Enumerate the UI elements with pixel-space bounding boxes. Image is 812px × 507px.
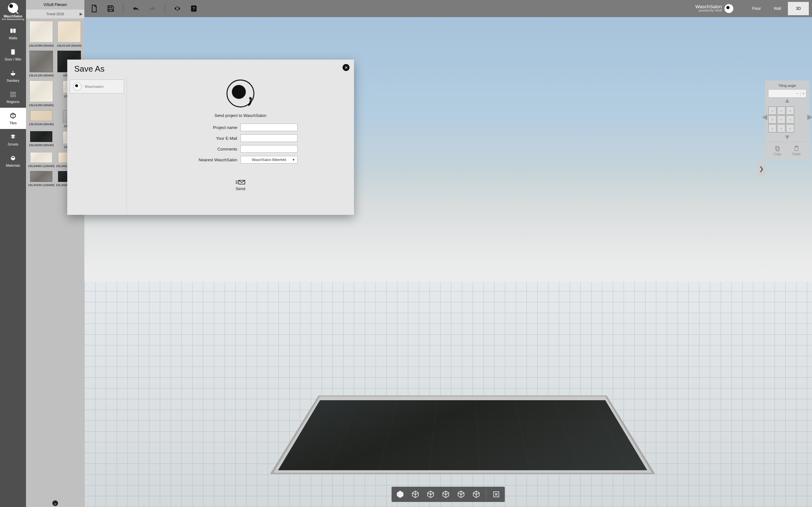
tile-label: 1SL03200 (60x30): [28, 143, 54, 147]
view-right-icon[interactable]: [441, 489, 451, 500]
save-button[interactable]: [104, 2, 117, 15]
close-icon[interactable]: ✕: [343, 64, 350, 71]
nav-label: Tiles: [9, 121, 17, 125]
tile-label: 1SL01100 (60x60): [56, 44, 82, 48]
right-panel-collapse[interactable]: ❯: [757, 161, 765, 176]
brand-logo: WaschSalon Ihre Badausstellung: [0, 0, 26, 23]
nudge-right-icon[interactable]: ▶: [807, 113, 812, 121]
origin-cell[interactable]: o: [777, 107, 785, 115]
redo-button[interactable]: [146, 2, 159, 15]
nav-label: Materials: [6, 164, 20, 167]
nav-walls[interactable]: Walls: [0, 23, 26, 44]
tab-wall[interactable]: Wall: [767, 2, 788, 15]
nearest-select[interactable]: WaschSalon Bitterfeld ▼: [241, 156, 298, 164]
nudge-left-icon[interactable]: ◀: [762, 113, 767, 121]
svg-rect-6: [776, 147, 779, 151]
nudge-down-icon[interactable]: ▼: [784, 133, 791, 141]
destination-icon: [73, 82, 82, 91]
destination-card[interactable]: Waschsalon: [70, 79, 124, 94]
comments-input[interactable]: [241, 145, 298, 153]
brand-name: WaschSalon: [3, 15, 22, 18]
nav-regions[interactable]: Regions: [0, 87, 26, 108]
brand-subline: Ihre Badausstellung: [2, 18, 24, 20]
send-label: Send: [236, 186, 245, 191]
tile-item[interactable]: 1SL34150 (120x60): [27, 171, 55, 187]
destination-label: Waschsalon: [85, 84, 104, 89]
settings-button[interactable]: [171, 2, 184, 15]
project-name-input[interactable]: [241, 124, 298, 131]
tile-item[interactable]: 1SL01050 (60x60): [27, 21, 55, 48]
catalog-collection-label: Trend 2016: [46, 12, 64, 16]
tile-swatch: [30, 51, 53, 72]
top-toolbar: ? WaschSalon powered by ViSoft Floor Wal…: [84, 0, 812, 17]
email-input[interactable]: [241, 134, 298, 142]
nearest-label: Nearest WaschSalon: [183, 158, 237, 162]
tile-label: 1SL34050 (120x60): [27, 164, 55, 168]
origin-cell[interactable]: o: [786, 107, 794, 115]
nav-materials[interactable]: Materials: [0, 150, 26, 171]
origin-cell[interactable]: o: [777, 124, 785, 132]
new-button[interactable]: [88, 2, 101, 15]
toolbar-brand: WaschSalon powered by ViSoft: [695, 4, 733, 13]
tile-item[interactable]: 1SL01250 (60x60): [27, 80, 55, 107]
view-back-icon[interactable]: [456, 489, 467, 500]
copy-button[interactable]: Copy: [774, 146, 781, 156]
catalog-collection[interactable]: Trend 2016 ▶: [26, 9, 84, 18]
view-cube-toolbar: [392, 487, 505, 502]
save-as-dialog: Save As ✕ Waschsalon Send project to Was…: [67, 60, 354, 215]
tile-label: 1SL03100 (60x30): [28, 122, 54, 126]
nav-label: Door / Win: [5, 57, 21, 61]
tile-swatch: [30, 131, 52, 142]
origin-cell[interactable]: o: [768, 124, 776, 132]
tab-3d[interactable]: 3D: [788, 2, 809, 15]
view-reset-icon[interactable]: [491, 489, 502, 500]
origin-grid: ooo ooo ooo: [768, 107, 806, 132]
nav-door-win[interactable]: Door / Win: [0, 44, 26, 65]
tile-swatch: [30, 171, 52, 182]
nav-label: Walls: [9, 36, 17, 40]
brand-orb-icon: [724, 4, 733, 13]
separator: [165, 3, 165, 14]
view-front-icon[interactable]: [410, 489, 421, 500]
catalog-vendor[interactable]: ViSoft Fliesen: [26, 0, 84, 9]
tab-floor[interactable]: Floor: [746, 2, 767, 15]
undo-button[interactable]: [129, 2, 142, 15]
nav-rail: WaschSalon Ihre Badausstellung Walls Doo…: [0, 0, 26, 507]
dialog-main: Send project to WaschSalon Project name …: [127, 77, 354, 215]
minus-icon[interactable]: −: [796, 91, 798, 96]
help-button[interactable]: ?: [187, 2, 200, 15]
nav-label: Regions: [7, 100, 19, 104]
view-iso-solid-icon[interactable]: [395, 489, 406, 500]
tile-label: 1SL34150 (120x60): [27, 183, 55, 187]
origin-cell[interactable]: o: [768, 115, 776, 124]
origin-cell[interactable]: o: [786, 115, 794, 124]
chevron-down-icon: ▼: [292, 158, 295, 162]
origin-cell[interactable]: o: [786, 124, 794, 132]
send-button[interactable]: Send: [235, 179, 246, 191]
tile-item[interactable]: 1SL34050 (120x60): [27, 152, 55, 168]
nav-sanitary[interactable]: Sanitary: [0, 65, 26, 87]
scroll-down-icon[interactable]: ⌄: [52, 500, 58, 506]
origin-cell[interactable]: o: [777, 115, 785, 124]
tile-item[interactable]: 1SL03200 (60x30): [27, 131, 55, 149]
origin-cell[interactable]: o: [768, 107, 776, 115]
chevron-right-icon: ▶: [80, 12, 83, 16]
tile-swatch: [30, 21, 53, 43]
nav-label: Sanitary: [7, 78, 19, 82]
tile-item[interactable]: 1SL03100 (60x30): [27, 110, 55, 128]
view-left-icon[interactable]: [425, 489, 436, 500]
tile-label: 1SL01250 (60x60): [28, 103, 54, 107]
email-label: Your E-Mail: [183, 136, 237, 141]
copy-label: Copy: [774, 153, 781, 156]
nav-grouts[interactable]: Grouts: [0, 129, 26, 150]
view-top-icon[interactable]: [471, 489, 482, 500]
tile-swatch: [30, 152, 52, 163]
nudge-up-icon[interactable]: ▲: [784, 96, 791, 105]
tile-item[interactable]: 1SL01100 (60x60): [55, 21, 83, 48]
tile-item[interactable]: 1SL01150 (60x60): [27, 51, 55, 77]
nav-tiles[interactable]: Tiles: [0, 108, 26, 129]
view-tabs: Floor Wall 3D: [746, 2, 809, 15]
brand-sub: powered by ViSoft: [695, 9, 722, 12]
plus-icon[interactable]: +: [802, 91, 805, 96]
paste-button[interactable]: Paste: [793, 146, 801, 156]
